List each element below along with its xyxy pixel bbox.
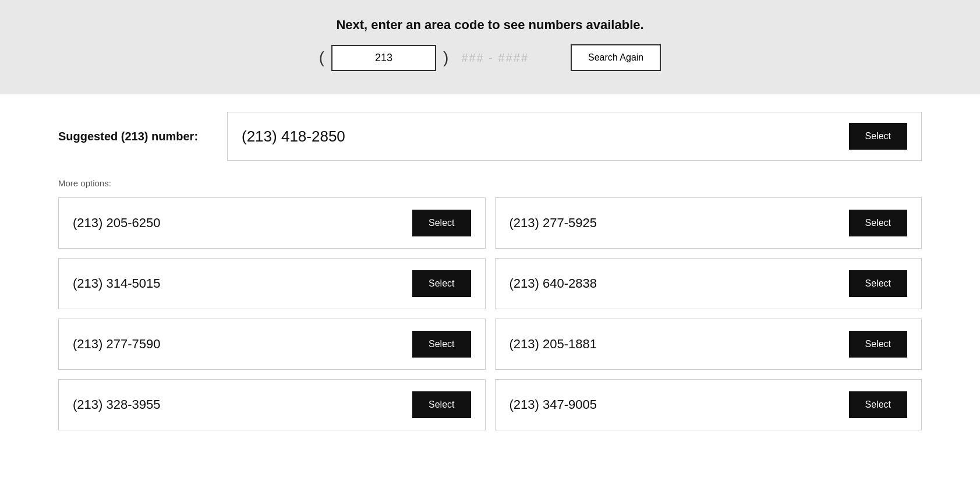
paren-close: ): [443, 48, 448, 67]
option-number-text: (213) 640-2838: [510, 276, 597, 291]
option-number-text: (213) 314-5015: [73, 276, 160, 291]
page-title: Next, enter an area code to see numbers …: [336, 17, 643, 33]
option-number-text: (213) 205-1881: [510, 337, 597, 352]
main-section: Suggested (213) number: (213) 418-2850 S…: [0, 94, 980, 454]
option-select-button[interactable]: Select: [849, 391, 907, 418]
number-placeholder: ### - ####: [461, 51, 529, 65]
option-number-text: (213) 205-6250: [73, 215, 160, 231]
option-select-button[interactable]: Select: [412, 210, 470, 236]
option-select-button[interactable]: Select: [412, 331, 470, 358]
list-item: (213) 277-5925 Select: [495, 197, 922, 249]
suggested-number-box: (213) 418-2850 Select: [227, 112, 922, 161]
paren-open: (: [319, 48, 324, 67]
list-item: (213) 314-5015 Select: [58, 258, 486, 309]
suggested-select-button[interactable]: Select: [849, 123, 907, 150]
list-item: (213) 205-6250 Select: [58, 197, 486, 249]
list-item: (213) 277-7590 Select: [58, 319, 486, 370]
option-select-button[interactable]: Select: [849, 210, 907, 236]
option-select-button[interactable]: Select: [412, 270, 470, 297]
option-number-text: (213) 347-9005: [510, 397, 597, 412]
list-item: (213) 328-3955 Select: [58, 379, 486, 430]
option-number-text: (213) 277-5925: [510, 215, 597, 231]
header-section: Next, enter an area code to see numbers …: [0, 0, 980, 94]
suggested-label: Suggested (213) number:: [58, 130, 210, 143]
option-number-text: (213) 328-3955: [73, 397, 160, 412]
more-options-label: More options:: [58, 178, 922, 188]
suggested-number-text: (213) 418-2850: [242, 128, 345, 146]
options-grid: (213) 205-6250 Select (213) 277-5925 Sel…: [58, 197, 922, 430]
list-item: (213) 640-2838 Select: [495, 258, 922, 309]
search-again-button[interactable]: Search Again: [571, 44, 661, 71]
list-item: (213) 347-9005 Select: [495, 379, 922, 430]
list-item: (213) 205-1881 Select: [495, 319, 922, 370]
search-row: ( ) ### - #### Search Again: [319, 44, 661, 71]
option-select-button[interactable]: Select: [849, 270, 907, 297]
option-number-text: (213) 277-7590: [73, 337, 160, 352]
option-select-button[interactable]: Select: [412, 391, 470, 418]
option-select-button[interactable]: Select: [849, 331, 907, 358]
suggested-row: Suggested (213) number: (213) 418-2850 S…: [58, 112, 922, 161]
area-code-input[interactable]: [331, 45, 436, 71]
